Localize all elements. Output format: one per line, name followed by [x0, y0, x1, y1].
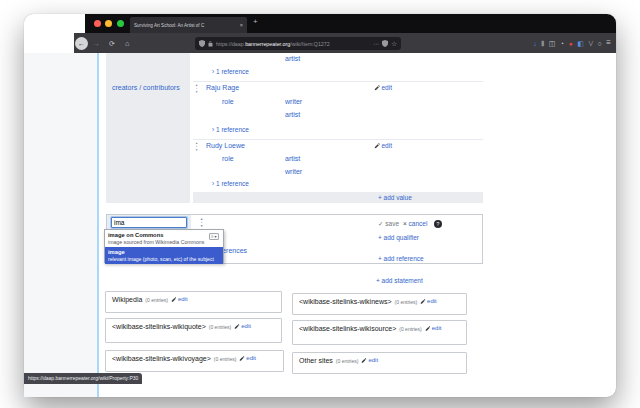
- expand-icon: ›: [212, 68, 214, 75]
- sitelinks-count: (0 entries): [395, 299, 418, 305]
- sitelinks-heading: Other sites: [299, 357, 333, 364]
- rank-selector-icon[interactable]: ▲▪▼: [200, 218, 203, 228]
- edit-sitelinks-link[interactable]: edit: [239, 355, 256, 362]
- suggestion-item[interactable]: image on Commons ≡ ▾ image sourced from …: [105, 230, 223, 247]
- extension-icon[interactable]: ◧: [577, 40, 584, 47]
- minimize-window-button[interactable]: [105, 20, 112, 27]
- sitelinks-count: (0 entries): [145, 297, 168, 303]
- new-tab-button[interactable]: +: [253, 18, 258, 26]
- pencil-icon: [171, 297, 177, 303]
- forward-button[interactable]: →: [93, 40, 100, 47]
- qualifier-property-link[interactable]: role: [222, 98, 234, 106]
- url-path: /wiki/Item:Q1272: [290, 41, 329, 47]
- sitelinks-heading: <wikibase-sitelinks-wikivoyage>: [112, 355, 211, 362]
- sitelinks-count: (0 entries): [209, 324, 232, 330]
- pencil-icon: [425, 326, 431, 332]
- expand-icon: ›: [212, 126, 214, 133]
- sitelinks-heading: <wikibase-sitelinks-wikisource>: [299, 325, 396, 332]
- pencil-icon: [234, 324, 240, 330]
- sitelinks-wikiquote: <wikibase-sitelinks-wikiquote> (0 entrie…: [105, 318, 282, 343]
- cancel-button[interactable]: × cancel: [403, 220, 427, 227]
- back-button[interactable]: ←: [75, 37, 88, 50]
- sitelinks-count: (0 entries): [399, 326, 422, 332]
- pencil-icon: [374, 143, 380, 149]
- edit-sitelinks-link[interactable]: edit: [234, 323, 251, 330]
- download-icon[interactable]: ↓: [533, 40, 537, 47]
- content-border: [97, 53, 99, 397]
- edit-statement-link[interactable]: edit: [374, 142, 392, 149]
- save-button[interactable]: ✓ save: [378, 220, 399, 227]
- add-value-strip: [193, 192, 483, 203]
- statement-divider: [193, 139, 483, 140]
- suggestion-item-selected[interactable]: image relevant image (photo, scan, etc) …: [105, 247, 223, 264]
- qualifier-value-link[interactable]: artist: [285, 155, 300, 163]
- rank-selector-icon[interactable]: ▲▪▼: [195, 142, 198, 152]
- close-tab-icon[interactable]: ×: [240, 22, 243, 28]
- close-window-button[interactable]: [94, 20, 101, 27]
- edit-sitelinks-link[interactable]: edit: [425, 325, 442, 332]
- expand-icon: ›: [212, 180, 214, 187]
- pencil-icon: [361, 358, 367, 364]
- edit-sitelinks-link[interactable]: edit: [361, 357, 378, 364]
- sitelinks-wikivoyage: <wikibase-sitelinks-wikivoyage> (0 entri…: [105, 350, 284, 372]
- qualifier-value-link[interactable]: writer: [285, 168, 302, 176]
- profile-icon[interactable]: ◔: [560, 40, 564, 47]
- statement-group-label-column: [106, 53, 193, 203]
- library-icon[interactable]: ⫴: [541, 40, 544, 47]
- browser-window: Surviving Art School: An Artist of C × +…: [24, 14, 616, 397]
- edit-statement-link[interactable]: edit: [374, 84, 392, 91]
- add-qualifier-link[interactable]: + add qualifier: [378, 234, 419, 241]
- sitelinks-count: (0 entries): [336, 358, 359, 364]
- qualifier-value-link[interactable]: artist: [285, 55, 300, 63]
- sitelinks-wikipedia: Wikipedia (0 entries) edit: [105, 291, 282, 313]
- toolbar-extensions: ↓ ⫴ ◫ ◔ ● ◧ V ○ ≡: [533, 36, 611, 50]
- sidebar-icon[interactable]: ◫: [549, 40, 556, 47]
- pencil-icon: [420, 299, 426, 305]
- property-label-link[interactable]: creators / contributors: [112, 84, 180, 92]
- qualifier-value-link[interactable]: writer: [285, 98, 302, 106]
- edit-sitelinks-link[interactable]: edit: [420, 298, 437, 305]
- tracking-shield-icon[interactable]: [199, 40, 205, 47]
- rank-selector-icon[interactable]: ▲▪▼: [195, 84, 198, 94]
- screenshot: Surviving Art School: An Artist of C × +…: [0, 0, 640, 408]
- vimium-icon[interactable]: V: [588, 40, 593, 47]
- add-reference-link[interactable]: + add reference: [378, 255, 424, 262]
- address-bar[interactable]: https://daap.bannerrepeater.org/wiki/Ite…: [195, 37, 401, 50]
- add-value-link[interactable]: + add value: [378, 194, 412, 201]
- sitelinks-count: (0 entries): [214, 356, 237, 362]
- sitelinks-wikinews: <wikibase-sitelinks-wikinews> (0 entries…: [292, 293, 467, 315]
- reload-button[interactable]: ⟳: [109, 40, 115, 47]
- property-search-input[interactable]: [111, 217, 187, 228]
- pencil-icon: [374, 85, 380, 91]
- url-text: https://daap.bannerrepeater.org/wiki/Ite…: [216, 41, 370, 47]
- bookmark-star-icon[interactable]: ☆: [391, 40, 397, 48]
- url-scheme: https://daap.: [216, 41, 245, 47]
- statement-value-link[interactable]: Rudy Loewe: [206, 142, 245, 150]
- adblock-icon[interactable]: ●: [569, 40, 573, 47]
- add-statement-link[interactable]: + add statement: [376, 277, 423, 284]
- qualifier-property-link[interactable]: role: [222, 155, 234, 163]
- permissions-shield-icon[interactable]: [382, 40, 388, 47]
- power-icon[interactable]: ○: [598, 40, 602, 47]
- url-host: bannerrepeater.org: [245, 41, 290, 47]
- statement-divider: [193, 81, 483, 82]
- references-toggle[interactable]: › 1 reference: [212, 68, 249, 75]
- sitelinks-other: Other sites (0 entries) edit: [292, 352, 467, 374]
- qualifier-value-link[interactable]: artist: [285, 111, 300, 119]
- menu-icon[interactable]: ≡: [606, 39, 611, 47]
- browser-tab[interactable]: Surviving Art School: An Artist of C ×: [130, 17, 247, 33]
- zoom-window-button[interactable]: [117, 20, 124, 27]
- home-button[interactable]: ⌂: [125, 40, 130, 48]
- edit-sitelinks-link[interactable]: edit: [171, 296, 188, 303]
- help-icon[interactable]: ?: [434, 220, 442, 228]
- sitelinks-heading: Wikipedia: [112, 296, 142, 303]
- references-toggle[interactable]: › 1 reference: [212, 180, 249, 187]
- page-actions-icon[interactable]: ⋯: [373, 40, 379, 47]
- references-toggle[interactable]: › 1 reference: [212, 126, 249, 133]
- property-suggestions-dropdown: image on Commons ≡ ▾ image sourced from …: [104, 229, 224, 263]
- check-icon: ✓: [378, 220, 383, 227]
- datatype-badge-icon: ≡ ▾: [209, 233, 219, 241]
- statement-value-link[interactable]: Raju Rage: [206, 84, 239, 92]
- sitelinks-heading: <wikibase-sitelinks-wikiquote>: [112, 323, 206, 330]
- pencil-icon: [239, 356, 245, 362]
